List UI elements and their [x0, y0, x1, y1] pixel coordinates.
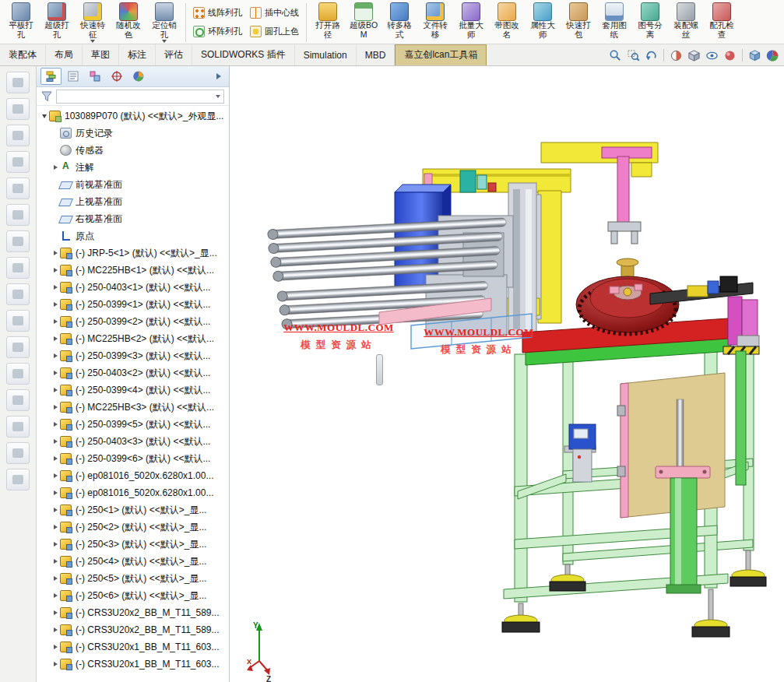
expand-arrow-icon[interactable] [51, 285, 60, 290]
tree-item[interactable]: (-) CRS3U20x2_BB_M_T11_589... [37, 621, 229, 638]
tree-item[interactable]: (-) 250-0399<4> (默认) <<默认... [37, 381, 229, 399]
ribbon-tab[interactable]: Simulation [295, 44, 357, 65]
linear-component-pattern-icon[interactable] [6, 125, 30, 146]
tree-item[interactable]: (-) 250-0403<1> (默认) <<默认... [37, 279, 229, 296]
tree-item[interactable]: (-) 250-0399<5> (默认) <<默认... [37, 416, 229, 433]
hide-show-items-icon[interactable] [704, 47, 720, 64]
show-hidden-components-icon[interactable] [6, 204, 30, 226]
expand-arrow-icon[interactable] [51, 302, 60, 307]
expand-arrow-icon[interactable] [51, 165, 60, 170]
expand-arrow-icon[interactable] [51, 319, 60, 324]
tree-item[interactable]: (-) CRS3U20x1_BB_M_T11_603... [37, 638, 229, 656]
tree-item[interactable]: (-) JRP-5<1> (默认) <<默认>_显... [37, 244, 229, 262]
sketch-icon[interactable] [6, 416, 30, 438]
tree-item[interactable]: (-) 250<4> (默认) <<默认>_显... [37, 553, 229, 570]
tree-item[interactable]: (-) MC225HB<2> (默认) <<默认... [37, 330, 229, 347]
tree-item[interactable]: 右视基准面 [37, 210, 229, 227]
expand-arrow-icon[interactable] [51, 268, 60, 272]
tree-item[interactable]: (-) 250<2> (默认) <<默认>_显... [37, 519, 229, 536]
tree-item[interactable]: 上视基准面 [37, 193, 229, 210]
tree-item[interactable]: 前视基准面 [37, 176, 229, 193]
expand-arrow-icon[interactable] [51, 456, 60, 461]
expand-arrow-icon[interactable] [51, 251, 60, 255]
tree-item[interactable]: (-) MC225HB<3> (默认) <<默认... [37, 399, 229, 416]
tree-item[interactable]: (-) 250-0403<3> (默认) <<默认... [37, 433, 229, 450]
expand-arrow-icon[interactable] [51, 542, 60, 547]
display-style-icon[interactable] [686, 47, 702, 64]
expand-arrow-icon[interactable] [51, 645, 60, 649]
expand-arrow-icon[interactable] [51, 559, 60, 564]
ribbon-tab[interactable]: SOLIDWORKS 插件 [192, 44, 295, 65]
reference-geometry-icon[interactable] [6, 257, 30, 279]
ribbon-button[interactable]: 转多格式 [381, 2, 417, 43]
ribbon-button[interactable]: 批量大师 [453, 2, 489, 43]
instant3d-icon[interactable] [6, 363, 30, 385]
expand-arrow-icon[interactable] [51, 473, 60, 478]
tree-item[interactable]: (-) 250<3> (默认) <<默认>_显... [37, 536, 229, 553]
expand-arrow-icon[interactable] [51, 336, 60, 341]
new-motion-study-icon[interactable] [6, 283, 30, 305]
tree-item[interactable]: 历史记录 [37, 125, 229, 142]
cylinder-bundle[interactable] [268, 216, 513, 336]
assembly-3d-model[interactable]: Y X Z [230, 66, 784, 682]
ribbon-small-button[interactable]: 插中心线 [246, 5, 303, 20]
ribbon-button[interactable]: 文件转移 [417, 2, 453, 43]
expand-panel-arrow-icon[interactable] [213, 70, 225, 83]
propertymanager-tab-icon[interactable] [62, 68, 83, 85]
expand-arrow-icon[interactable] [51, 371, 60, 375]
ribbon-button[interactable]: 属性大师 [525, 2, 561, 43]
insert-components-icon[interactable] [6, 72, 30, 93]
tree-item[interactable]: (-) 250<5> (默认) <<默认>_显... [37, 570, 229, 587]
tree-item[interactable]: (-) 250<1> (默认) <<默认>_显... [37, 501, 229, 519]
tree-item[interactable]: (-) CRS3U20x2_BB_M_T11_589... [37, 604, 229, 621]
tree-item[interactable]: (-) 250-0399<1> (默认) <<默认... [37, 296, 229, 313]
expand-arrow-icon[interactable] [51, 490, 60, 495]
resources-icon[interactable] [765, 47, 781, 64]
tree-item[interactable]: (-) 250-0399<2> (默认) <<默认... [37, 313, 229, 330]
zoom-fit-icon[interactable] [607, 47, 624, 64]
smart-fasteners-icon[interactable] [6, 151, 30, 173]
tree-item[interactable]: (-) 250-0399<3> (默认) <<默认... [37, 347, 229, 364]
ribbon-button[interactable]: 超级BOM [346, 2, 381, 43]
tree-item[interactable]: 103089P070 (默认) <<默认>_外观显... [37, 107, 229, 125]
ribbon-button[interactable]: 定位销孔 [146, 2, 182, 43]
displaymanager-tab-icon[interactable] [128, 68, 149, 85]
measure-icon[interactable] [6, 442, 30, 464]
expand-arrow-icon[interactable] [51, 439, 60, 444]
tree-item[interactable]: 原点 [37, 227, 229, 244]
tree-item[interactable]: (-) CRS3U20x1_BB_M_T11_603... [37, 656, 229, 673]
assembly-features-icon[interactable] [6, 230, 30, 252]
ribbon-small-button[interactable]: 圆孔上色 [246, 24, 303, 40]
featuremanager-tab-icon[interactable] [40, 68, 62, 85]
ribbon-tab[interactable]: 草图 [83, 44, 119, 65]
tree-item[interactable]: (-) 250<6> (默认) <<默认>_显... [37, 587, 229, 604]
previous-view-icon[interactable] [643, 47, 659, 64]
tree-item[interactable]: (-) MC225HB<1> (默认) <<默认... [37, 262, 229, 279]
configurationmanager-tab-icon[interactable] [84, 68, 105, 85]
ribbon-button[interactable]: 快速特征 [75, 2, 111, 43]
ribbon-button[interactable]: 配孔检查 [704, 2, 740, 43]
panel-splitter-handle[interactable] [376, 354, 383, 385]
tree-item[interactable]: 注解 [37, 159, 229, 176]
expand-arrow-icon[interactable] [40, 114, 49, 118]
ribbon-button[interactable]: 超级打孔 [39, 2, 75, 43]
tree-item[interactable]: (-) 250-0403<2> (默认) <<默认... [37, 364, 229, 381]
exploded-view-icon[interactable] [6, 336, 30, 358]
tree-item[interactable]: (-) 250-0399<6> (默认) <<默认... [37, 450, 229, 467]
expand-arrow-icon[interactable] [51, 405, 60, 410]
tree-item[interactable]: 传感器 [37, 142, 229, 159]
ribbon-tab[interactable]: 装配体 [0, 44, 46, 65]
ribbon-button[interactable]: 打开路径 [310, 2, 346, 43]
tree-item[interactable]: (-) ep081016_5020x.6280x1.00... [37, 467, 229, 484]
tree-filter-dropdown[interactable] [56, 90, 224, 104]
bill-of-materials-icon[interactable] [6, 310, 30, 332]
ribbon-small-button[interactable]: 环阵列孔 [189, 24, 246, 40]
ribbon-button[interactable]: 图号分离 [632, 2, 668, 43]
zoom-area-icon[interactable] [625, 47, 642, 64]
edit-appearance-icon[interactable] [722, 47, 738, 64]
large-design-review-icon[interactable] [6, 389, 30, 411]
view-orientation-icon[interactable] [747, 47, 763, 64]
section-view-icon[interactable] [668, 47, 684, 64]
ribbon-tab[interactable]: 嘉立创lcan工具箱 [395, 44, 487, 65]
expand-arrow-icon[interactable] [51, 388, 60, 392]
